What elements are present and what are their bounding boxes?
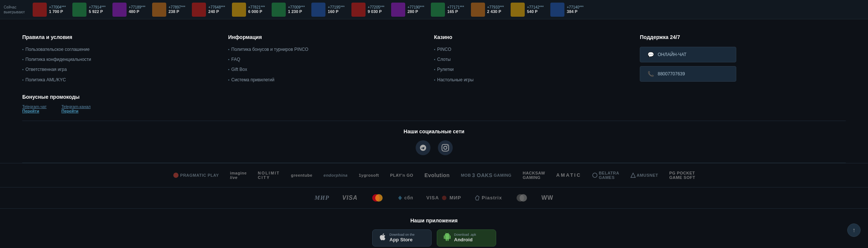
provider-evolution: Evolution <box>425 172 450 178</box>
provider-amusnet: AMUSNET <box>630 173 658 178</box>
ticker-bar: Сейчас выигрывают +77004*** 1 700 Р +779… <box>0 0 868 19</box>
casino-link-1[interactable]: PINCO <box>434 46 640 53</box>
instagram-icon[interactable] <box>438 140 453 155</box>
svg-point-8 <box>520 194 527 202</box>
svg-point-6 <box>442 196 446 200</box>
social-section: Наши социальные сети <box>0 121 868 163</box>
ticker-phone-4: +77897*** <box>168 5 185 9</box>
phone-button[interactable]: 📞 88007707639 <box>640 66 736 82</box>
telegram-channel-name[interactable]: Telegram-канал <box>62 104 91 109</box>
info-link-1[interactable]: Политика бонусов и турниров PINCO <box>228 46 434 53</box>
ticker-info-5: +77648*** 240 Р <box>208 5 225 14</box>
ticker-thumb-4 <box>152 3 166 17</box>
info-link-2[interactable]: FAQ <box>228 56 434 63</box>
ticker-info-1: +77004*** 1 700 Р <box>49 5 66 14</box>
ios-app-text: Download on the App Store <box>390 233 415 243</box>
ticker-amount-5: 240 Р <box>208 9 225 14</box>
ticker-info-13: +77142*** 540 Р <box>527 5 544 14</box>
support-title: Поддержка 24/7 <box>640 34 846 40</box>
casino-title: Казино <box>434 34 640 40</box>
payment-row: МИР VISA сбп VISA МИР Piastrix WW <box>0 187 868 209</box>
ticker-thumb-5 <box>192 3 206 17</box>
provider-belatra: BELATRAGAMES <box>592 171 619 180</box>
ticker-item: +77205*** 9 030 Р <box>351 3 384 17</box>
provider-imagine: imaginelive <box>230 171 247 180</box>
rules-link-2[interactable]: Политика конфиденциальности <box>22 56 228 63</box>
ticker-phone-7: +77009*** <box>288 5 305 9</box>
ios-app-button[interactable]: Download on the App Store <box>372 229 432 247</box>
ticker-item: +77195*** 160 Р <box>311 3 344 17</box>
telegram-chat-go[interactable]: Перейти <box>22 109 39 113</box>
ticker-phone-3: +77189*** <box>129 5 145 9</box>
ticker-info-6: +77821*** 6 000 Р <box>248 5 265 14</box>
ticker-info-10: +77190*** 280 Р <box>407 5 424 14</box>
ticker-info-14: +77140*** 384 Р <box>567 5 583 14</box>
ticker-phone-12: +77933*** <box>487 5 504 9</box>
info-title: Информация <box>228 34 434 40</box>
rules-link-3[interactable]: Ответственная игра <box>22 66 228 73</box>
ticker-thumb-9 <box>351 3 366 17</box>
payment-sbp: сбп <box>397 195 413 201</box>
payment-mastercard <box>371 193 384 202</box>
app-buttons: Download on the App Store Download .apk … <box>0 229 868 247</box>
payment-visa-mir: VISA МИР <box>426 195 461 200</box>
ticker-item: +77004*** 1 700 Р <box>33 3 66 17</box>
ticker-thumb-7 <box>272 3 286 17</box>
chat-icon: 💬 <box>648 52 654 58</box>
ticker-amount-1: 1 700 Р <box>49 9 66 14</box>
provider-greentube: greentube <box>291 173 312 177</box>
provider-hacksaw: HACKSAWGAMING <box>523 171 545 180</box>
rules-link-4[interactable]: Политика AML/KYC <box>22 76 228 84</box>
telegram-chat-name[interactable]: Telegram-чат <box>22 104 47 109</box>
ios-app-name: App Store <box>390 237 415 243</box>
telegram-channel-go[interactable]: Перейти <box>62 109 79 113</box>
chat-label: ОНЛАЙН-ЧАТ <box>658 52 687 57</box>
provider-endorphina: endorphina <box>324 173 348 177</box>
telegram-links: Telegram-чат Перейти Telegram-канал Пере… <box>22 104 228 113</box>
provider-pragmatic: PRAGMATIC PLAY <box>173 172 219 178</box>
ticker-thumb-8 <box>311 3 325 17</box>
ticker-amount-4: 238 Р <box>168 9 185 14</box>
casino-link-4[interactable]: Настольные игры <box>434 76 640 84</box>
ticker-amount-7: 1 230 Р <box>288 9 305 14</box>
ticker-info-11: +77171*** 165 Р <box>447 5 464 14</box>
ticker-item: +77189*** 480 Р <box>112 3 145 17</box>
payment-piastrix: Piastrix <box>474 195 502 201</box>
ticker-amount-2: 5 922 Р <box>89 9 105 14</box>
provider-3oaks: MOB 3 OAKS GAMING <box>461 172 512 178</box>
ticker-thumb-14 <box>550 3 564 17</box>
ticker-item: +77648*** 240 Р <box>192 3 225 17</box>
ticker-phone-10: +77190*** <box>407 5 424 9</box>
col-info: Информация Политика бонусов и турниров P… <box>228 34 434 113</box>
apps-section: Наши приложения Download on the App Stor… <box>0 209 868 248</box>
ticker-item: +77914*** 5 922 Р <box>72 3 105 17</box>
casino-link-3[interactable]: Рулетки <box>434 66 640 73</box>
bonus-section: Бонусные промокоды Telegram-чат Перейти … <box>22 94 228 113</box>
info-link-3[interactable]: Gift Box <box>228 66 434 73</box>
social-icons <box>0 140 868 155</box>
ticker-label: Сейчас выигрывают <box>4 5 26 14</box>
col-rules: Правила и условия Пользовательское согла… <box>22 34 228 113</box>
svg-point-4 <box>375 194 383 202</box>
scroll-top-button[interactable]: ↑ <box>847 223 861 237</box>
android-app-name: Android <box>454 237 476 243</box>
svg-marker-5 <box>398 196 402 200</box>
ticker-info-8: +77195*** 160 Р <box>328 5 344 14</box>
online-chat-button[interactable]: 💬 ОНЛАЙН-ЧАТ <box>640 47 736 62</box>
ticker-amount-12: 2 430 Р <box>487 9 504 14</box>
payment-mc2 <box>515 193 528 202</box>
casino-link-2[interactable]: Слоты <box>434 56 640 63</box>
col-casino: Казино PINCO Слоты Рулетки Настольные иг… <box>434 34 640 113</box>
rules-link-1[interactable]: Пользовательское соглашение <box>22 46 228 53</box>
ticker-thumb-11 <box>431 3 445 17</box>
ticker-phone-13: +77142*** <box>527 5 544 9</box>
info-link-4[interactable]: Система привилегий <box>228 76 434 84</box>
provider-amatic: AMATIC <box>556 172 582 178</box>
ticker-info-2: +77914*** 5 922 Р <box>89 5 105 14</box>
ticker-thumb-12 <box>471 3 485 17</box>
telegram-icon[interactable] <box>416 140 430 155</box>
social-title: Наши социальные сети <box>0 128 868 134</box>
ticker-item: +77821*** 6 000 Р <box>232 3 265 17</box>
phone-icon: 📞 <box>648 71 654 77</box>
android-app-button[interactable]: Download .apk Android <box>437 229 496 247</box>
